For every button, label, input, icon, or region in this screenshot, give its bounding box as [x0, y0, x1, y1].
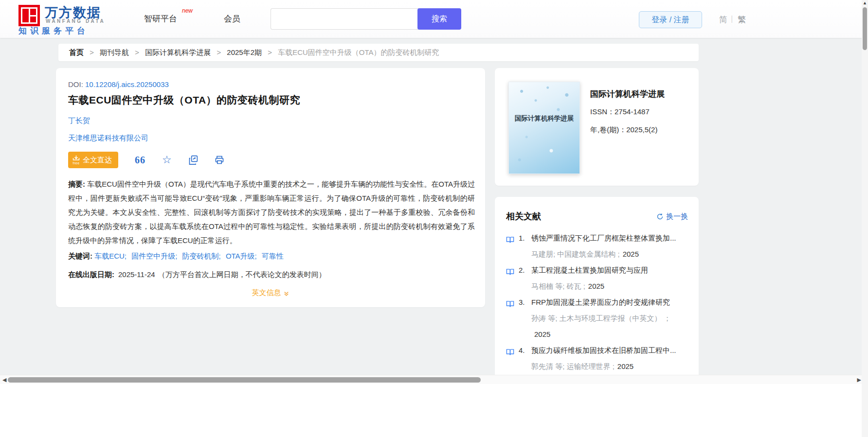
site-header: 万方数据 WANFANG DATA 知识服务平台 智研平台 new 会员 搜索 …: [0, 0, 868, 38]
nav-member[interactable]: 会员: [224, 13, 240, 24]
keywords-row: 关键词: 车载ECU; 固件空中升级; 防变砖机制; OTA升级; 可靠性: [68, 252, 287, 261]
breadcrumb-current: 车载ECU固件空中升级（OTA）的防变砖机制研究: [278, 48, 439, 56]
author-link[interactable]: 丁长贺: [68, 116, 90, 125]
journal-card: 国际计算机科学进展 国际计算机科学进展 ISSN：2754-1487 年,卷(期…: [495, 68, 699, 186]
scroll-left-arrow[interactable]: ◀: [2, 377, 6, 383]
vertical-scrollbar: ▲: [862, 0, 868, 437]
related-item-meta: 马建朋; 中国建筑金属结构 ;2025: [531, 250, 639, 258]
favorite-star-icon[interactable]: ☆: [162, 155, 172, 165]
doi-row: DOI: 10.12208/j.aics.20250033: [68, 80, 169, 88]
nav-zhiyan-platform[interactable]: 智研平台 new: [144, 13, 177, 24]
journal-cover-title: 国际计算机科学进展: [509, 114, 579, 123]
action-toolbar: free 全文直达 66 ☆: [68, 152, 224, 168]
logo-subtitle: 知识服务平台: [18, 25, 89, 36]
related-item-meta: 郭先清 等; 运输经理世界 ;2025: [531, 362, 633, 370]
related-item-number: 2.: [519, 262, 525, 278]
breadcrumb-home[interactable]: 首页: [69, 48, 84, 56]
search-bar: 搜索: [271, 8, 461, 30]
related-item: 4. 预应力碳纤维板加固技术在旧桥加固工程中... 郭先清 等; 运输经理世界 …: [506, 342, 688, 374]
related-item-title[interactable]: 锈蚀严重情况下化工厂房框架柱整体置换加...: [531, 230, 688, 246]
pubdate-value: 2025-11-24: [118, 270, 155, 279]
keyword-link[interactable]: 固件空中升级;: [131, 252, 177, 260]
breadcrumb-journal-nav[interactable]: 期刊导航: [100, 48, 129, 56]
horizontal-scrollbar-thumb[interactable]: [8, 377, 481, 383]
lang-simplified[interactable]: 简: [719, 14, 727, 25]
book-icon: [506, 265, 514, 281]
related-item: 1. 锈蚀严重情况下化工厂房框架柱整体置换加... 马建朋; 中国建筑金属结构 …: [506, 230, 688, 262]
export-share-icon[interactable]: [188, 155, 198, 165]
fulltext-label: 全文直达: [83, 156, 112, 165]
download-free-icon: free: [72, 155, 80, 165]
affiliation-link[interactable]: 天津维思诺科技有限公司: [68, 134, 148, 143]
book-icon: [506, 233, 514, 249]
related-title: 相关文献: [506, 210, 541, 222]
scroll-up-arrow[interactable]: ▲: [863, 0, 867, 5]
keyword-link[interactable]: 防变砖机制;: [182, 252, 221, 260]
lang-traditional[interactable]: 繁: [738, 14, 746, 25]
journal-cover[interactable]: 国际计算机科学进展: [508, 82, 580, 174]
login-register-button[interactable]: 登录 / 注册: [639, 11, 702, 28]
breadcrumb-separator: >: [135, 48, 139, 56]
related-item: 3. FRP加固混凝土梁界面应力的时变规律研究 孙涛 等; 土木与环境工程学报（…: [506, 294, 688, 342]
journal-issn: ISSN：2754-1487: [590, 107, 650, 117]
related-list: 1. 锈蚀严重情况下化工厂房框架柱整体置换加... 马建朋; 中国建筑金属结构 …: [506, 230, 688, 374]
abstract-text: 车载ECU固件空中升级（OTA）是现代汽车电子系统中重要的技术之一，能够提升车辆…: [68, 180, 475, 245]
chevrons-down-icon: [283, 291, 289, 297]
keyword-link[interactable]: 车载ECU;: [94, 252, 127, 260]
abstract-label: 摘要:: [68, 180, 85, 188]
related-item-number: 3.: [519, 294, 525, 310]
wanfang-logo[interactable]: 万方数据 WANFANG DATA 知识服务平台: [18, 4, 130, 34]
related-item-title[interactable]: 某工程混凝土柱置换加固研究与应用: [531, 262, 688, 278]
cite-icon[interactable]: 66: [135, 155, 145, 166]
related-item: 2. 某工程混凝土柱置换加固研究与应用 马相楠 等; 砖瓦 ;2025: [506, 262, 688, 294]
keyword-link[interactable]: OTA升级;: [226, 252, 257, 260]
print-icon[interactable]: [215, 155, 224, 165]
breadcrumb-separator: >: [217, 48, 221, 56]
breadcrumb-separator: >: [268, 48, 272, 56]
book-icon: [506, 297, 514, 314]
logo-en-text: WANFANG DATA: [46, 18, 105, 24]
article-card: DOI: 10.12208/j.aics.20250033 车载ECU固件空中升…: [56, 68, 485, 307]
related-item-number: 1.: [519, 230, 525, 246]
search-button[interactable]: 搜索: [417, 8, 461, 30]
search-input[interactable]: [271, 8, 418, 30]
pubdate-note: （万方平台首次上网日期，不代表论文的发表时间）: [158, 270, 326, 279]
journal-name[interactable]: 国际计算机科学进展: [590, 88, 665, 100]
refresh-related-button[interactable]: 换一换: [656, 212, 688, 221]
scroll-right-arrow[interactable]: ▶: [857, 377, 861, 383]
related-item-title[interactable]: FRP加固混凝土梁界面应力的时变规律研究: [531, 294, 688, 310]
journal-volume: 年,卷(期)：2025,5(2): [590, 125, 657, 135]
breadcrumb-journal[interactable]: 国际计算机科学进展: [145, 48, 211, 56]
online-pubdate-row: 在线出版日期:2025-11-24（万方平台首次上网日期，不代表论文的发表时间）: [68, 270, 326, 280]
wanfang-article-page: 万方数据 WANFANG DATA 知识服务平台 智研平台 new 会员 搜索 …: [0, 0, 868, 437]
related-item-meta: 马相楠 等; 砖瓦 ;2025: [531, 282, 604, 290]
vertical-scrollbar-thumb[interactable]: [863, 7, 867, 50]
keyword-link[interactable]: 可靠性: [262, 252, 284, 260]
fulltext-button[interactable]: free 全文直达: [68, 152, 118, 168]
related-item-title[interactable]: 预应力碳纤维板加固技术在旧桥加固工程中...: [531, 342, 688, 358]
related-item-number: 4.: [519, 342, 525, 358]
breadcrumb-issue[interactable]: 2025年2期: [227, 48, 262, 56]
english-info-toggle[interactable]: 英文信息: [56, 288, 485, 297]
doi-link[interactable]: 10.12208/j.aics.20250033: [85, 80, 169, 88]
related-item-meta: 孙涛 等; 土木与环境工程学报（中英文） ；2025: [531, 314, 671, 338]
article-title: 车载ECU固件空中升级（OTA）的防变砖机制研究: [68, 93, 300, 107]
wanfang-logo-icon: [18, 5, 40, 26]
pubdate-label: 在线出版日期:: [68, 270, 114, 279]
new-badge: new: [182, 7, 193, 14]
related-literature-card: 相关文献 换一换 1. 锈蚀严重情况下化工厂房框架柱整体置换加... 马建朋; …: [495, 197, 699, 375]
doi-label: DOI:: [68, 80, 83, 88]
breadcrumb-separator: >: [90, 48, 94, 56]
breadcrumb: 首页 > 期刊导航 > 国际计算机科学进展 > 2025年2期 > 车载ECU固…: [58, 44, 699, 61]
keywords-label: 关键词:: [68, 252, 92, 260]
refresh-icon: [656, 213, 664, 220]
horizontal-scrollbar: ◀ ▶: [0, 375, 868, 384]
lang-divider: |: [731, 14, 733, 24]
book-icon: [506, 346, 514, 362]
abstract: 摘要: 车载ECU固件空中升级（OTA）是现代汽车电子系统中重要的技术之一，能够…: [68, 177, 475, 247]
